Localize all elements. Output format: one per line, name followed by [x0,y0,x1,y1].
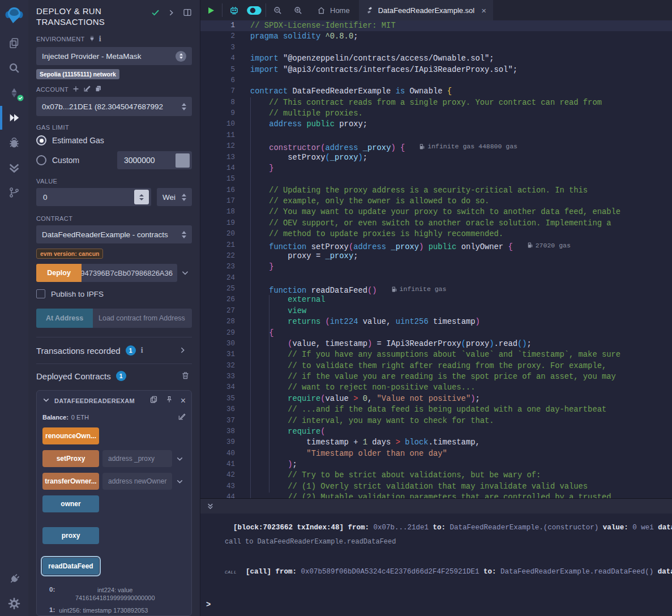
code-line[interactable]: 42 // Try to be strict about validations… [200,470,672,481]
sidebar-item-search[interactable] [0,55,28,80]
fn-param-input[interactable]: address _proxy [102,450,172,467]
code-line[interactable]: 28 returns (int224 value, uint256 timest… [200,316,672,327]
custom-gas-option[interactable]: Custom 3000000 [36,151,192,169]
ai-copilot-toggle[interactable] [244,0,264,20]
sidebar-item-file-explorer[interactable] [0,31,28,55]
edit-balance-icon[interactable] [178,413,186,422]
at-address-input[interactable]: Load contract from Address [93,309,192,328]
code-line[interactable]: 31 // If you have any assumptions about … [200,349,672,360]
sidebar-item-git[interactable] [0,180,28,205]
code-line[interactable]: 35 require(value > 0, "Value not positiv… [200,393,672,404]
terminal-call-entry[interactable]: CALL[call] from: 0x07b589f06bD0A5324c4E2… [225,567,672,577]
code-line[interactable]: 33 // if the value you are reading is th… [200,371,672,382]
code-line[interactable]: 16 // Updating the proxy address is a se… [200,185,672,196]
code-line[interactable]: 14 } [200,163,672,174]
code-line[interactable]: 13 setProxy(_proxy); [200,152,672,163]
code-line[interactable]: 5import "@api3/contracts/interfaces/IApi… [200,65,672,75]
code-line[interactable]: 32 // to validate them right after readi… [200,361,672,371]
account-select[interactable]: 0x07b...21DE1 (82.3045047687992 [36,97,192,116]
code-line[interactable]: 1// SPDX-License-Identifier: MIT [200,20,672,31]
estimated-gas-option[interactable]: Estimated Gas [36,135,192,146]
value-input[interactable]: 0 [36,188,151,206]
fn-button-owner[interactable]: owner [42,495,99,512]
code-line[interactable]: 37 // interval, you may want to check fo… [200,416,672,426]
fn-expand-icon[interactable] [173,455,186,463]
code-line[interactable]: 29 { [200,328,672,339]
transactions-expand-icon[interactable] [179,346,186,356]
deploy-expand-icon[interactable] [178,269,192,277]
code-editor[interactable]: 1// SPDX-License-Identifier: MIT2pragma … [200,20,672,498]
code-line[interactable]: 22 proxy = _proxy; [200,251,672,262]
code-line[interactable]: 11 [200,130,672,141]
terminal-prompt[interactable]: > [206,600,211,609]
code-line[interactable]: 39 timestamp + 1 days > block.timestamp, [200,437,672,448]
tab-file-datafeedreaderexample[interactable]: DataFeedReaderExample.sol × [359,0,493,20]
code-line[interactable]: 26 external [200,294,672,305]
value-unit-select[interactable]: Wei [157,188,192,206]
fn-button-setproxy[interactable]: setProxy [42,450,99,467]
deploy-button[interactable]: Deploy [36,264,82,282]
terminal-header[interactable] [200,499,672,514]
fn-button-transferowner[interactable]: transferOwner... [42,473,99,490]
code-line[interactable]: 23 } [200,262,672,272]
code-line[interactable]: 15 [200,174,672,185]
transactions-info-icon[interactable]: i [141,346,143,355]
at-address-button[interactable]: At Address [36,309,93,328]
code-line[interactable]: 36 // ...and if the data feed is being u… [200,404,672,415]
copy-account-icon[interactable] [95,85,102,93]
code-line[interactable]: 24 [200,273,672,284]
code-line[interactable]: 21 function setProxy(address _proxy) pub… [200,240,672,251]
code-line[interactable]: 43 // (1) Overly strict validation that … [200,481,672,492]
deploy-constructor-input[interactable]: 0947396B7cBb07986826A36 [82,264,177,282]
contract-select[interactable]: DataFeedReaderExample - contracts [36,225,192,243]
fn-button-renounceown[interactable]: renounceOwn... [42,427,99,444]
remix-logo-icon[interactable] [0,0,28,31]
ai-assistant-icon[interactable] [224,0,244,20]
code-line[interactable]: 9 // multiple proxies. [200,108,672,119]
environment-info-icon[interactable]: i [99,35,101,44]
publish-ipfs-checkbox[interactable] [36,289,45,298]
zoom-in-icon[interactable] [288,0,308,20]
code-line[interactable]: 20 // method to update proxies is highly… [200,229,672,239]
gas-input-spinner[interactable] [176,153,190,168]
plugin-manager-item[interactable] [0,566,28,591]
code-line[interactable]: 40 "Timestamp older than one day" [200,448,672,459]
fn-expand-icon[interactable] [173,478,186,485]
code-line[interactable]: 18 // You may want to update your proxy … [200,207,672,217]
code-line[interactable]: 30 (value, timestamp) = IApi3ReaderProxy… [200,339,672,349]
tab-home[interactable]: Home [308,0,359,20]
code-line[interactable]: 44 // (2) Mutable validation parameters … [200,492,672,498]
settings-item[interactable] [0,591,28,616]
pin-contract-icon[interactable] [165,395,173,406]
code-line[interactable]: 8 // This contract reads from a single p… [200,97,672,108]
code-line[interactable]: 38 require( [200,426,672,437]
code-line[interactable]: 7contract DataFeedReaderExample is Ownab… [200,86,672,97]
custom-gas-input[interactable]: 3000000 [117,151,192,169]
custom-gas-radio[interactable] [36,155,46,165]
publish-ipfs-option[interactable]: Publish to IPFS [36,289,192,298]
sidebar-item-deploy-run[interactable] [0,105,28,130]
close-tab-icon[interactable]: × [481,6,486,15]
run-script-button[interactable] [200,0,221,20]
code-line[interactable]: 2pragma solidity ^0.8.0; [200,31,672,42]
terminal-tx-entry[interactable]: [block:7023662 txIndex:48] from: 0x07b..… [225,523,672,533]
code-line[interactable]: 17 // example, only the owner is allowed… [200,196,672,207]
remove-contract-icon[interactable]: × [181,396,186,405]
code-line[interactable]: 19 // OEV support, or even switch to ano… [200,218,672,229]
code-line[interactable]: 25 function readDataFeed()infinite gas [200,284,672,294]
clear-deployed-icon[interactable] [181,371,190,382]
add-account-icon[interactable] [72,85,79,93]
code-line[interactable]: 34 // want to reject non-positive values… [200,382,672,393]
fn-button-readdatafeed[interactable]: readDataFeed [42,558,99,575]
code-line[interactable]: 12 constructor(address _proxy) {infinite… [200,141,672,152]
sidebar-item-solidity-compiler[interactable] [0,80,28,105]
panel-pin-view-icon[interactable] [183,8,192,19]
copy-address-icon[interactable] [149,395,158,406]
estimated-gas-radio[interactable] [36,135,46,146]
zoom-out-icon[interactable] [267,0,288,20]
fork-state-icon[interactable] [89,35,95,43]
panel-expand-icon[interactable] [168,8,175,19]
code-line[interactable]: 27 view [200,306,672,316]
code-line[interactable]: 10 address public proxy; [200,119,672,130]
code-line[interactable]: 6 [200,75,672,86]
